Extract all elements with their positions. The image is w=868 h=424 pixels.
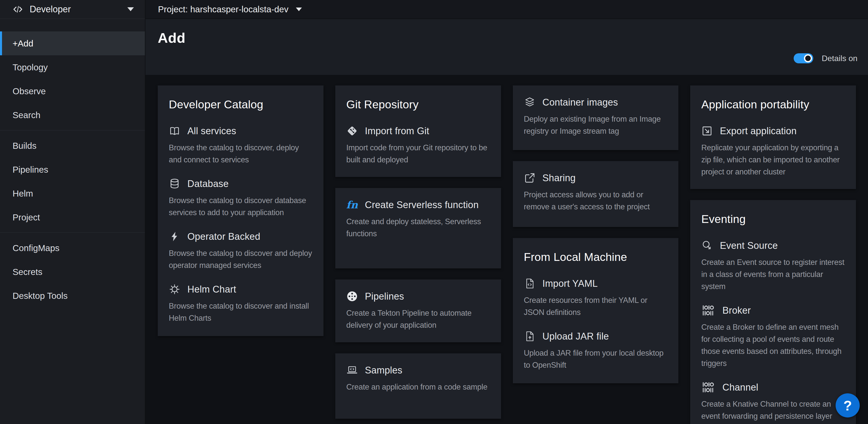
page-header: Add Details on [146,19,868,75]
item-head: Event Source [701,240,845,251]
layers-icon [524,96,535,108]
sidebar-divider [0,130,145,131]
item-description: Create resources from their YAML or JSON… [524,294,668,318]
event-source-icon [701,240,713,251]
pipelines-icon [346,290,358,302]
serverless-fn-icon: fn [346,199,358,210]
item-description: Browse the catalog to discover and deplo… [169,247,312,272]
add-item-container-images[interactable]: Container imagesDeploy an existing Image… [524,96,668,137]
channel-icon [701,381,715,393]
details-toggle[interactable] [794,53,813,63]
item-description: Create an application from a code sample [346,381,490,393]
card-title: Application portability [701,98,845,111]
add-item-create-serverless-function[interactable]: fnCreate Serverless functionCreate and d… [346,199,490,240]
item-description: Deploy an existing Image from an Image r… [524,113,668,137]
item-head: fnCreate Serverless function [346,199,490,210]
add-item-all-services[interactable]: All servicesBrowse the catalog to discov… [169,125,312,166]
item-head: Import YAML [524,278,668,289]
database-icon [169,178,180,190]
item-description: Create an Event source to register inter… [701,256,845,292]
card-sharing: SharingProject access allows you to add … [513,161,679,227]
sidebar-item-builds[interactable]: Builds [0,134,145,158]
add-item-event-source[interactable]: Event SourceCreate an Event source to re… [701,240,845,292]
card-title: From Local Machine [524,251,668,264]
bolt-icon [169,231,180,242]
item-label: All services [187,126,236,137]
item-head: All services [169,125,312,137]
sidebar-item-project[interactable]: Project [0,205,145,229]
page-title: Add [158,30,858,46]
sidebar-divider [0,232,145,233]
card-column: Developer CatalogAll servicesBrowse the … [158,85,323,336]
sidebar-item-configmaps[interactable]: ConfigMaps [0,236,145,260]
help-button[interactable]: ? [836,393,860,418]
item-description: Project access allows you to add or remo… [524,189,668,213]
item-description: Browse the catalog to discover and insta… [169,300,312,324]
sidebar-item-desktop-tools[interactable]: Desktop Tools [0,284,145,308]
item-head: Helm Chart [169,283,312,295]
item-head: Upload JAR file [524,331,668,342]
card-column: Container imagesDeploy an existing Image… [513,85,679,383]
item-head: Channel [701,381,845,393]
add-item-channel[interactable]: ChannelCreate a Knative Channel to creat… [701,381,845,424]
code-icon [12,4,23,15]
item-label: Import from Git [365,126,429,137]
item-description: Create a Tekton Pipeline to automate del… [346,307,490,331]
perspective-switcher[interactable]: Developer [0,0,145,19]
git-icon [346,125,358,137]
add-item-upload-jar-file[interactable]: Upload JAR fileUpload a JAR file from yo… [524,331,668,371]
add-item-helm-chart[interactable]: Helm ChartBrowse the catalog to discover… [169,283,312,324]
card-eventing: EventingEvent SourceCreate an Event sour… [690,200,856,424]
item-head: Import from Git [346,125,490,137]
item-description: Create a Broker to define an event mesh … [701,321,845,369]
item-head: Broker [701,305,845,316]
item-description: Create and deploy stateless, Serverless … [346,216,490,240]
item-head: Samples [346,364,490,376]
item-label: Sharing [542,173,576,183]
sidebar-item-pipelines[interactable]: Pipelines [0,158,145,181]
card-application-portability: Application portabilityExport applicatio… [690,85,856,189]
add-item-pipelines[interactable]: PipelinesCreate a Tekton Pipeline to aut… [346,290,490,331]
card-pipelines: PipelinesCreate a Tekton Pipeline to aut… [335,280,501,342]
masthead: Project: harshcasper-localsta-dev [146,0,868,19]
sidebar-item-add[interactable]: +Add [0,31,145,55]
add-item-broker[interactable]: BrokerCreate a Broker to define an event… [701,305,845,369]
question-mark-icon: ? [843,397,852,414]
add-item-export-application[interactable]: Export applicationReplicate your applica… [701,125,845,178]
item-label: Export application [720,126,797,137]
card-title: Git Repository [346,98,490,111]
item-head: Container images [524,96,668,108]
item-label: Upload JAR file [542,331,609,342]
sidebar-item-search[interactable]: Search [0,103,145,127]
item-head: Database [169,178,312,190]
card-column: Git RepositoryImport from GitImport code… [335,85,501,419]
card-title: Eventing [701,213,845,226]
sidebar-item-secrets[interactable]: Secrets [0,260,145,284]
item-label: Operator Backed [187,231,260,242]
cards-grid: Developer CatalogAll servicesBrowse the … [158,85,856,424]
add-item-sharing[interactable]: SharingProject access allows you to add … [524,172,668,213]
share-icon [524,172,535,184]
helm-icon [169,283,180,295]
project-switcher[interactable]: Project: harshcasper-localsta-dev [158,4,302,14]
item-label: Pipelines [365,291,404,302]
item-label: Event Source [720,240,778,251]
sidebar-item-observe[interactable]: Observe [0,79,145,103]
item-label: Container images [542,97,618,108]
add-item-operator-backed[interactable]: Operator BackedBrowse the catalog to dis… [169,231,312,272]
catalog-book-icon [169,125,180,137]
add-item-import-yaml[interactable]: Import YAMLCreate resources from their Y… [524,278,668,318]
card-git-repository: Git RepositoryImport from GitImport code… [335,85,501,177]
item-description: Create a Knative Channel to create an ev… [701,398,845,424]
add-item-database[interactable]: DatabaseBrowse the catalog to discover d… [169,178,312,219]
add-item-import-from-git[interactable]: Import from GitImport code from your Git… [346,125,490,166]
add-page-content: Developer CatalogAll servicesBrowse the … [146,75,868,424]
details-toggle-row: Details on [794,53,858,63]
card-developer-catalog: Developer CatalogAll servicesBrowse the … [158,85,323,336]
card-title: Developer Catalog [169,98,312,111]
add-item-samples[interactable]: SamplesCreate an application from a code… [346,364,490,393]
sidebar-item-helm[interactable]: Helm [0,181,145,205]
item-label: Samples [365,365,402,376]
toggle-knob [804,54,812,62]
sidebar-item-topology[interactable]: Topology [0,55,145,79]
